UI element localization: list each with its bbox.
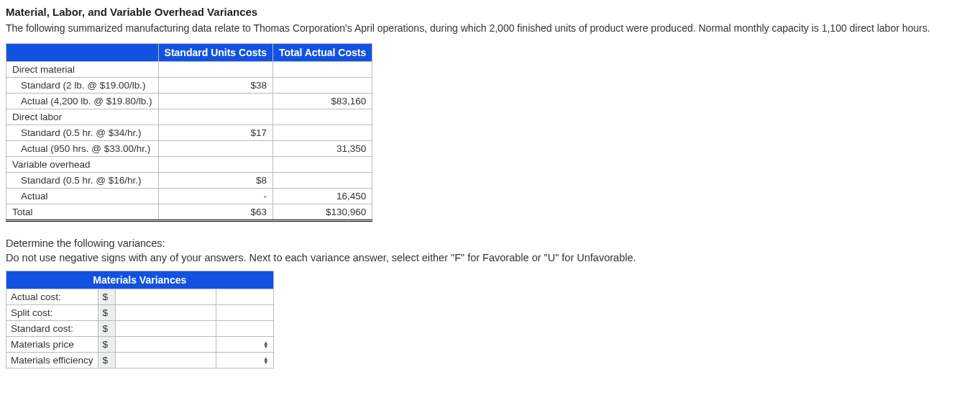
table-row: Materials efficiency $ ▲▼ (6, 353, 274, 368)
table-row: Actual cost: $ (6, 289, 274, 305)
costs-table: Standard Units Costs Total Actual Costs … (6, 43, 372, 222)
cell: $8 (158, 173, 273, 189)
subinstruction-text: Do not use negative signs with any of yo… (6, 252, 974, 263)
split-cost-input[interactable] (115, 305, 216, 321)
row-label: Materials price (6, 337, 99, 353)
row-label: Direct material (6, 62, 159, 78)
cell (158, 94, 273, 109)
cell (158, 141, 273, 157)
table-row: Actual - 16,450 (6, 189, 372, 204)
cell (273, 125, 372, 141)
table-row-total: Total $63 $130,960 (6, 204, 372, 221)
variances-header: Materials Variances (6, 271, 274, 289)
dollar-sign: $ (98, 321, 115, 337)
table-row: Standard (0.5 hr. @ $34/hr.) $17 (6, 125, 372, 141)
cell: - (158, 189, 273, 204)
cell (158, 157, 273, 173)
row-label: Actual (6, 189, 159, 204)
sort-icon: ▲▼ (263, 341, 269, 348)
row-label: Direct labor (6, 109, 159, 125)
page-title: Material, Labor, and Variable Overhead V… (6, 6, 974, 18)
dollar-sign: $ (98, 353, 115, 368)
cell (273, 173, 372, 189)
cell: $63 (158, 204, 273, 221)
table-row: Direct labor (6, 109, 372, 125)
materials-price-input[interactable] (115, 337, 216, 353)
row-label: Standard cost: (6, 321, 99, 337)
dollar-sign: $ (98, 289, 115, 305)
cell (158, 109, 273, 125)
header-actual-costs: Total Actual Costs (273, 44, 372, 62)
row-label: Split cost: (6, 305, 99, 321)
cell (273, 157, 372, 173)
header-std-costs: Standard Units Costs (158, 44, 273, 62)
row-label: Materials efficiency (6, 353, 99, 368)
row-label: Standard (0.5 hr. @ $16/hr.) (6, 173, 159, 189)
cell (273, 109, 372, 125)
cell (158, 62, 273, 78)
cell: 16,450 (273, 189, 372, 204)
variances-table: Materials Variances Actual cost: $ Split… (6, 271, 274, 368)
instruction-text: Determine the following variances: (6, 238, 974, 249)
table-row: Actual (950 hrs. @ $33.00/hr.) 31,350 (6, 141, 372, 157)
sort-icon: ▲▼ (263, 357, 269, 364)
materials-efficiency-input[interactable] (115, 353, 216, 368)
cell (273, 62, 372, 78)
row-label: Standard (0.5 hr. @ $34/hr.) (6, 125, 159, 141)
materials-price-select[interactable]: ▲▼ (216, 337, 273, 353)
cell: 31,350 (273, 141, 372, 157)
row-label: Total (6, 204, 159, 221)
row-label: Actual cost: (6, 289, 99, 305)
row-label: Actual (950 hrs. @ $33.00/hr.) (6, 141, 159, 157)
table-row: Standard (0.5 hr. @ $16/hr.) $8 (6, 173, 372, 189)
dollar-sign: $ (98, 305, 115, 321)
cell (216, 289, 273, 305)
materials-efficiency-select[interactable]: ▲▼ (216, 353, 273, 368)
table-row: Actual (4,200 lb. @ $19.80/lb.) $83,160 (6, 94, 372, 109)
actual-cost-input[interactable] (115, 289, 216, 305)
standard-cost-input[interactable] (115, 321, 216, 337)
table-row: Standard (2 lb. @ $19.00/lb.) $38 (6, 78, 372, 94)
table-row: Materials price $ ▲▼ (6, 337, 274, 353)
cell: $130,960 (273, 204, 372, 221)
table-row: Standard cost: $ (6, 321, 274, 337)
row-label: Standard (2 lb. @ $19.00/lb.) (6, 78, 159, 94)
row-label: Variable overhead (6, 157, 159, 173)
cell (273, 78, 372, 94)
cell: $17 (158, 125, 273, 141)
dollar-sign: $ (98, 337, 115, 353)
cell: $83,160 (273, 94, 372, 109)
table-row: Split cost: $ (6, 305, 274, 321)
header-empty (6, 44, 159, 62)
cell (216, 305, 273, 321)
intro-text: The following summarized manufacturing d… (6, 21, 974, 36)
cell: $38 (158, 78, 273, 94)
table-row: Variable overhead (6, 157, 372, 173)
cell (216, 321, 273, 337)
table-row: Direct material (6, 62, 372, 78)
row-label: Actual (4,200 lb. @ $19.80/lb.) (6, 94, 159, 109)
